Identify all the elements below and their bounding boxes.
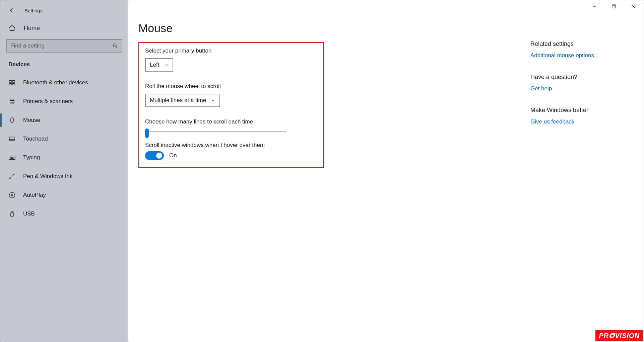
home-icon (8, 24, 16, 32)
svg-point-15 (11, 157, 12, 158)
search-input-container[interactable] (6, 39, 122, 53)
svg-rect-1 (9, 81, 12, 83)
svg-rect-4 (12, 84, 15, 85)
sidebar-item-label: Printers & scanners (23, 98, 73, 105)
svg-rect-6 (11, 99, 13, 101)
toggle-knob (156, 153, 162, 159)
sidebar-item-label: Pen & Windows Ink (23, 173, 72, 180)
primary-button-dropdown[interactable]: Left (145, 58, 173, 72)
svg-point-17 (14, 157, 14, 158)
additional-mouse-options-link[interactable]: Additional mouse options (530, 52, 638, 59)
wheel-scroll-dropdown[interactable]: Multiple lines at a time (145, 94, 220, 107)
sidebar-item-usb[interactable]: USB (0, 204, 128, 223)
pen-icon (8, 173, 16, 180)
sidebar-item-printers[interactable]: Printers & scanners (0, 92, 128, 111)
search-input[interactable] (10, 42, 112, 49)
svg-point-14 (10, 157, 10, 158)
usb-icon (8, 210, 16, 218)
svg-rect-5 (10, 100, 14, 103)
sidebar-item-label: Touchpad (23, 136, 48, 142)
watermark-logo: PR✪VISION (595, 330, 643, 341)
sidebar-item-label: Mouse (23, 117, 40, 123)
keyboard-icon (8, 154, 16, 161)
chevron-down-icon (164, 63, 169, 67)
have-question-heading: Have a question? (530, 74, 638, 81)
sidebar-item-mouse[interactable]: Mouse (0, 111, 128, 130)
get-help-link[interactable]: Get help (530, 85, 638, 92)
annotation-highlight: Select your primary button Left Roll the… (138, 42, 324, 168)
minimize-button[interactable] (585, 1, 604, 12)
main-content: Mouse Select your primary button Left Ro… (128, 0, 644, 342)
svg-rect-3 (9, 84, 12, 85)
sidebar-item-bluetooth[interactable]: Bluetooth & other devices (0, 73, 128, 92)
search-icon (112, 43, 118, 49)
wheel-scroll-label: Roll the mouse wheel to scroll (145, 83, 317, 90)
bluetooth-devices-icon (8, 79, 16, 86)
lines-scroll-label: Choose how many lines to scroll each tim… (145, 118, 317, 125)
back-button[interactable] (8, 7, 15, 14)
mouse-icon (8, 116, 16, 124)
printer-icon (8, 98, 16, 105)
svg-point-0 (113, 44, 116, 47)
svg-rect-25 (612, 5, 615, 8)
primary-button-label: Select your primary button (145, 48, 317, 54)
sidebar-item-autoplay[interactable]: AutoPlay (0, 186, 128, 204)
page-title: Mouse (138, 22, 406, 35)
svg-rect-2 (12, 81, 15, 83)
sidebar-item-pen[interactable]: Pen & Windows Ink (0, 167, 128, 186)
related-settings-heading: Related settings (530, 40, 638, 48)
inactive-hover-label: Scroll inactive windows when I hover ove… (145, 142, 317, 149)
window-controls (585, 1, 643, 12)
svg-point-16 (12, 157, 13, 158)
svg-rect-13 (9, 156, 15, 159)
sidebar-item-label: Bluetooth & other devices (23, 79, 88, 86)
svg-marker-21 (11, 194, 13, 196)
lines-scroll-slider[interactable] (145, 128, 286, 136)
sidebar-item-touchpad[interactable]: Touchpad (0, 130, 128, 148)
slider-thumb[interactable] (145, 129, 149, 138)
sidebar-item-typing[interactable]: Typing (0, 148, 128, 167)
slider-track (147, 132, 286, 132)
primary-button-value: Left (150, 62, 159, 68)
sidebar: Settings Home Devices Bluetooth & oth (0, 0, 128, 342)
touchpad-icon (8, 135, 16, 143)
inactive-hover-toggle[interactable] (145, 151, 164, 160)
window-title: Settings (24, 8, 43, 13)
sidebar-home[interactable]: Home (0, 17, 128, 39)
autoplay-icon (8, 191, 16, 199)
chevron-down-icon (211, 98, 215, 103)
svg-rect-22 (11, 211, 13, 213)
maximize-button[interactable] (604, 1, 624, 12)
give-feedback-link[interactable]: Give us feedback (530, 118, 638, 125)
sidebar-item-label: USB (23, 210, 35, 217)
wheel-scroll-value: Multiple lines at a time (150, 97, 206, 104)
close-button[interactable] (624, 1, 643, 12)
sidebar-home-label: Home (24, 25, 40, 32)
sidebar-item-label: Typing (23, 154, 40, 161)
right-column: Related settings Additional mouse option… (530, 40, 638, 140)
sidebar-item-label: AutoPlay (23, 192, 46, 198)
sidebar-category: Devices (0, 61, 128, 73)
inactive-hover-state: On (169, 152, 177, 159)
svg-rect-23 (11, 213, 13, 217)
make-windows-better-heading: Make Windows better (530, 107, 638, 114)
